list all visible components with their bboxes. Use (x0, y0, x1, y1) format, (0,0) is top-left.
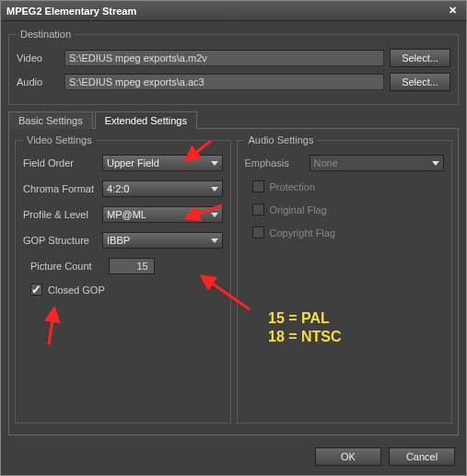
video-select-button[interactable]: Select... (390, 49, 450, 67)
chevron-down-icon (211, 161, 218, 166)
closed-gop-checkbox[interactable] (30, 284, 42, 296)
chevron-down-icon (211, 238, 218, 243)
chevron-down-icon (211, 213, 218, 217)
audio-path-input[interactable]: S:\EDIUS mpeg exports\a.ac3 (64, 74, 384, 90)
window-title: MPEG2 Elementary Stream (6, 6, 136, 17)
profile-value: MP@ML (107, 209, 146, 220)
gop-select[interactable]: IBBP (102, 232, 223, 249)
chroma-value: 4:2:0 (107, 183, 129, 194)
picture-count-input[interactable]: 15 (109, 258, 155, 274)
emphasis-label: Emphasis (245, 157, 309, 168)
copyright-row: Copyright Flag (252, 226, 445, 238)
video-settings-column: Video Settings Field Order Upper Field C… (15, 134, 231, 429)
field-order-select[interactable]: Upper Field (102, 155, 223, 171)
field-order-value: Upper Field (107, 157, 159, 168)
closed-gop-label: Closed GOP (48, 284, 105, 296)
cancel-button[interactable]: Cancel (389, 447, 455, 466)
emphasis-value: None (314, 157, 338, 168)
protection-label: Protection (270, 181, 316, 192)
audio-settings-legend: Audio Settings (245, 134, 318, 145)
gop-row: GOP Structure IBBP (23, 232, 223, 249)
chroma-row: Chroma Format 4:2:0 (23, 180, 223, 197)
picture-count-label: Picture Count (30, 261, 92, 272)
tab-basic-settings[interactable]: Basic Settings (8, 111, 93, 129)
gop-label: GOP Structure (23, 235, 102, 246)
chroma-label: Chroma Format (23, 183, 102, 194)
profile-label: Profile & Level (23, 209, 102, 220)
chevron-down-icon (432, 161, 439, 166)
close-icon[interactable]: ✕ (444, 5, 461, 17)
emphasis-select: None (309, 155, 445, 171)
destination-legend: Destination (17, 29, 75, 40)
protection-checkbox (252, 180, 264, 192)
gop-value: IBBP (107, 235, 130, 246)
field-order-row: Field Order Upper Field (23, 155, 223, 171)
destination-group: Destination Video S:\EDIUS mpeg exports\… (8, 29, 459, 105)
tabs: Basic Settings Extended Settings (8, 110, 459, 128)
original-checkbox (252, 203, 264, 215)
copyright-checkbox (252, 226, 264, 238)
protection-row: Protection (252, 180, 445, 192)
original-label: Original Flag (270, 204, 327, 215)
field-order-label: Field Order (23, 157, 102, 168)
copyright-label: Copyright Flag (270, 227, 336, 238)
audio-label: Audio (17, 76, 59, 87)
chevron-down-icon (211, 187, 218, 192)
video-path-row: Video S:\EDIUS mpeg exports\a.m2v Select… (17, 49, 450, 67)
audio-select-button[interactable]: Select... (390, 73, 450, 91)
ok-button[interactable]: OK (315, 447, 381, 466)
video-settings-legend: Video Settings (23, 134, 96, 145)
footer-buttons: OK Cancel (315, 447, 455, 466)
profile-row: Profile & Level MP@ML (23, 206, 223, 223)
titlebar: MPEG2 Elementary Stream ✕ (1, 1, 466, 21)
original-row: Original Flag (252, 203, 445, 215)
audio-path-row: Audio S:\EDIUS mpeg exports\a.ac3 Select… (17, 73, 450, 91)
tab-extended-settings[interactable]: Extended Settings (95, 111, 197, 129)
tab-body: Video Settings Field Order Upper Field C… (8, 128, 459, 435)
profile-select[interactable]: MP@ML (102, 206, 223, 223)
picture-count-row: Picture Count 15 (30, 258, 223, 274)
chroma-select[interactable]: 4:2:0 (102, 180, 223, 197)
audio-settings-group: Audio Settings Emphasis None Protection … (237, 134, 453, 424)
content: Destination Video S:\EDIUS mpeg exports\… (1, 21, 466, 443)
closed-gop-row[interactable]: Closed GOP (30, 284, 223, 296)
audio-settings-column: Audio Settings Emphasis None Protection … (237, 134, 453, 429)
video-settings-group: Video Settings Field Order Upper Field C… (15, 134, 231, 424)
emphasis-row: Emphasis None (245, 155, 445, 171)
video-path-input[interactable]: S:\EDIUS mpeg exports\a.m2v (64, 50, 384, 66)
video-label: Video (17, 52, 59, 64)
